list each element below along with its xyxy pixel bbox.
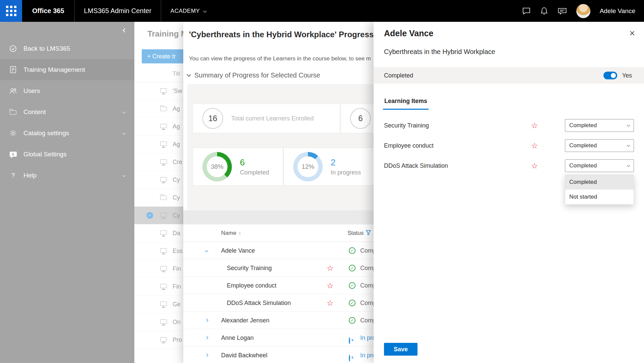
completed-status-icon (349, 265, 356, 271)
topbar-actions: Adele Vance (522, 0, 644, 22)
status-dropdown[interactable]: Completed (565, 139, 634, 152)
dropdown-value: Completed (569, 162, 597, 169)
chevron-down-icon (627, 123, 630, 127)
notifications-bell-icon[interactable] (540, 7, 548, 15)
completed-toggle-label: Completed (384, 72, 413, 79)
completed-count: 6 (240, 157, 269, 168)
summary-section-toggle[interactable]: Summary of Progress for Selected Course (187, 71, 320, 79)
learning-item-name: DDoS Attack Simulation (384, 162, 448, 169)
completed-toggle[interactable] (603, 71, 617, 79)
chevron-down-icon (627, 164, 630, 167)
chevron-right-icon[interactable] (205, 336, 208, 340)
status-column-header[interactable]: Status (347, 230, 364, 237)
learning-item-name: Employee conduct (384, 142, 434, 149)
dropdown-value: Completed (569, 142, 597, 149)
learning-item: DDoS Attack Simulation Completed (374, 156, 644, 176)
app-launcher-icon[interactable] (0, 0, 22, 22)
name-column-header[interactable]: Name (221, 230, 236, 237)
chevron-right-icon[interactable] (205, 354, 208, 357)
dialog-description: You can view the progress of the Learner… (189, 55, 371, 62)
inprogress-status-icon (349, 337, 350, 344)
avatar[interactable] (576, 4, 590, 18)
summary-section-label: Summary of Progress for Selected Course (194, 71, 320, 79)
user-name: Adele Vance (600, 7, 635, 15)
learning-item: Security Training Completed (374, 115, 644, 136)
completed-status-icon (349, 282, 356, 289)
completed-status-icon (349, 247, 356, 254)
second-count: 6 (350, 108, 371, 129)
tenant-menu[interactable]: ACADEMY (161, 0, 216, 22)
required-star-icon (531, 142, 538, 150)
learning-item-name: DDoS Attack Simulation (227, 299, 291, 306)
chevron-down-icon (627, 144, 630, 147)
top-bar: Office 365 LMS365 Admin Center ACADEMY A… (0, 0, 644, 22)
sort-ascending-icon (239, 230, 241, 236)
enrolled-count: 16 (202, 108, 223, 129)
required-star-icon (327, 281, 334, 289)
chevron-down-icon (187, 72, 191, 77)
learning-item-name: Security Training (227, 264, 272, 271)
chevron-down-icon (203, 9, 207, 13)
dialog-title: 'Cyberthreats in the Hybrid Workplace' P… (189, 30, 374, 39)
enrolled-label: Total current Learners Enrolled (231, 115, 314, 122)
completed-label: Completed (240, 169, 269, 176)
inprogress-status-icon (349, 355, 350, 362)
dropdown-value: Completed (569, 122, 597, 129)
dropdown-option-not-started[interactable]: Not started (565, 190, 634, 204)
toggle-state-label: Yes (622, 72, 632, 79)
chat-icon[interactable] (522, 7, 531, 15)
screen: Office 365 LMS365 Admin Center ACADEMY A… (0, 0, 644, 363)
close-icon[interactable] (629, 29, 635, 38)
status-dropdown-open[interactable]: Completed (565, 159, 634, 172)
status-dropdown[interactable]: Completed (565, 119, 634, 132)
completed-donut-chart: 38% (202, 152, 232, 182)
admin-center-link[interactable]: LMS365 Admin Center (75, 0, 161, 22)
completed-percent: 38% (202, 152, 232, 182)
inprogress-donut-chart: 12% (293, 152, 323, 182)
required-star-icon (327, 264, 334, 272)
learner-name: Alexander Jensen (221, 317, 269, 324)
feedback-icon[interactable] (558, 7, 567, 15)
office365-link[interactable]: Office 365 (22, 0, 74, 22)
inprogress-label: In progress (331, 169, 361, 176)
status-dropdown-menu: Completed Not started (565, 174, 634, 205)
tenant-name: ACADEMY (171, 8, 200, 14)
required-star-icon (327, 299, 334, 307)
save-button[interactable]: Save (384, 343, 417, 356)
panel-title: Adele Vance (384, 29, 433, 38)
required-star-icon (531, 162, 538, 170)
inprogress-percent: 12% (293, 152, 323, 182)
waffle-grid-icon (6, 6, 16, 16)
completed-status-icon (349, 317, 356, 324)
completed-toggle-bar: Completed Yes (374, 67, 644, 84)
tab-learning-items[interactable]: Learning Items (383, 96, 429, 110)
enrolled-stat-card: 16 Total current Learners Enrolled (193, 104, 340, 133)
learning-item: Employee conduct Completed (374, 136, 644, 156)
panel-course-name: Cyberthreats in the Hybrid Workplace (384, 48, 495, 56)
learning-item-name: Security Training (384, 122, 429, 129)
inprogress-count: 2 (331, 157, 361, 168)
learner-detail-panel: Adele Vance Cyberthreats in the Hybrid W… (374, 22, 644, 363)
toggle-knob (611, 73, 616, 78)
learner-name: Anne Logan (221, 334, 254, 341)
required-star-icon (531, 122, 538, 129)
filter-icon[interactable] (366, 230, 371, 237)
completed-stat-card: 38% 6 Completed (193, 148, 283, 186)
completed-status-icon (349, 300, 356, 306)
dropdown-option-completed[interactable]: Completed (565, 175, 634, 190)
learning-item-name: Employee conduct (227, 282, 276, 289)
learner-name: Adele Vance (221, 247, 255, 254)
chevron-down-icon[interactable] (205, 249, 208, 252)
chevron-right-icon[interactable] (205, 319, 208, 322)
learner-name: David Backwheel (221, 352, 267, 359)
